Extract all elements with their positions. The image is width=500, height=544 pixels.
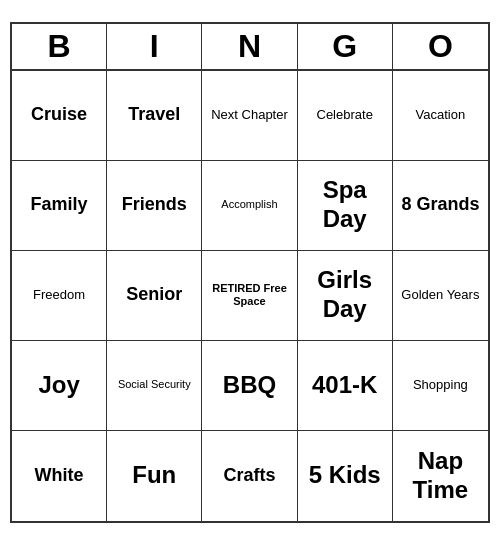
bingo-cell: Shopping — [393, 341, 488, 431]
bingo-cell: Accomplish — [202, 161, 297, 251]
bingo-cell: Travel — [107, 71, 202, 161]
bingo-cell: Cruise — [12, 71, 107, 161]
bingo-cell: Friends — [107, 161, 202, 251]
bingo-cell: Social Security — [107, 341, 202, 431]
header-letter: B — [12, 24, 107, 69]
bingo-cell: Next Chapter — [202, 71, 297, 161]
header-letter: G — [298, 24, 393, 69]
bingo-cell: Girls Day — [298, 251, 393, 341]
bingo-cell: Golden Years — [393, 251, 488, 341]
bingo-cell: Celebrate — [298, 71, 393, 161]
bingo-cell: Vacation — [393, 71, 488, 161]
bingo-cell: Joy — [12, 341, 107, 431]
bingo-cell: Fun — [107, 431, 202, 521]
bingo-cell: Family — [12, 161, 107, 251]
bingo-cell: Crafts — [202, 431, 297, 521]
bingo-cell: 8 Grands — [393, 161, 488, 251]
bingo-cell: RETIRED Free Space — [202, 251, 297, 341]
bingo-cell: White — [12, 431, 107, 521]
bingo-cell: Freedom — [12, 251, 107, 341]
bingo-cell: Nap Time — [393, 431, 488, 521]
header-letter: N — [202, 24, 297, 69]
bingo-card: BINGO CruiseTravelNext ChapterCelebrateV… — [10, 22, 490, 523]
bingo-grid: CruiseTravelNext ChapterCelebrateVacatio… — [12, 71, 488, 521]
bingo-header: BINGO — [12, 24, 488, 71]
bingo-cell: Spa Day — [298, 161, 393, 251]
bingo-cell: 5 Kids — [298, 431, 393, 521]
header-letter: O — [393, 24, 488, 69]
bingo-cell: BBQ — [202, 341, 297, 431]
bingo-cell: Senior — [107, 251, 202, 341]
bingo-cell: 401-K — [298, 341, 393, 431]
header-letter: I — [107, 24, 202, 69]
